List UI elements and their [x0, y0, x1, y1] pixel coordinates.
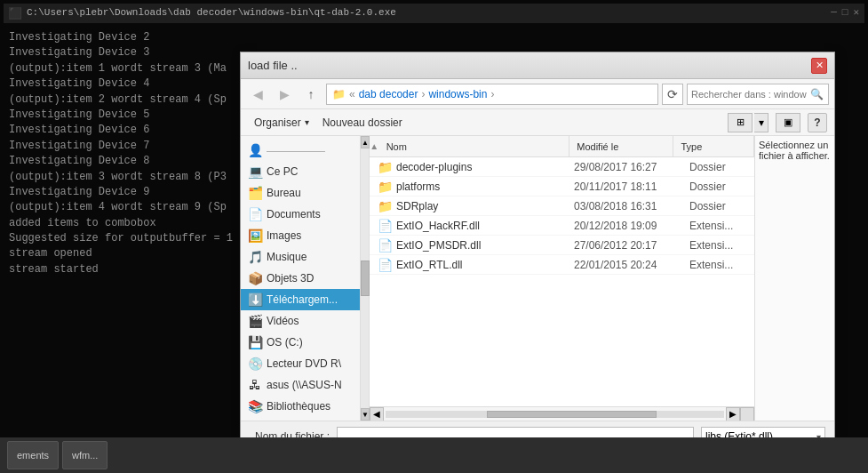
sidebar-scrollbar[interactable]: ▲ ▼: [361, 136, 370, 421]
up-button[interactable]: ↑: [299, 84, 323, 105]
file-item[interactable]: 📁 decoder-plugins 29/08/2017 16:27 Dossi…: [370, 157, 754, 177]
file-list: ▲ Nom Modifié le Type 📁 decoder-plugins …: [370, 136, 754, 421]
organiser-button[interactable]: Organiser ▾: [248, 113, 315, 132]
tooltip-text: Sélectionnez un fichier à afficher.: [759, 140, 831, 161]
file-dialog: load file .. ✕ ◀ ▶ ↑ 📁 « dab decoder › w…: [240, 52, 835, 473]
sidebar-item-videos[interactable]: 🎬 Vidéos: [241, 310, 360, 332]
dialog-view-toolbar: Organiser ▾ Nouveau dossier ⊞ ▾ ▣ ?: [241, 109, 834, 136]
refresh-button[interactable]: ⟳: [662, 84, 683, 105]
file-item[interactable]: 📄 ExtIO_PMSDR.dll 27/06/2012 20:17 Exten…: [370, 236, 754, 255]
organiser-chevron-icon: ▾: [305, 117, 309, 127]
sidebar: 👤 —————— 💻 Ce PC 🗂️ Bureau 📄 Documents 🖼…: [241, 136, 361, 421]
sidebar-item-documents[interactable]: 📄 Documents: [241, 204, 360, 225]
video-icon: 🎬: [248, 314, 262, 328]
hscroll-track[interactable]: [386, 411, 724, 418]
file-type: Dossier: [689, 180, 726, 193]
scroll-up-button[interactable]: ▲: [361, 136, 370, 148]
sidebar-item-user[interactable]: 👤 ——————: [241, 140, 360, 161]
breadcrumb-sep-2: ›: [490, 88, 494, 100]
sidebar-item-bibliotheques[interactable]: 📚 Bibliothèques: [241, 396, 360, 417]
desktop-icon: 🗂️: [248, 186, 262, 200]
hscroll-left-button[interactable]: ◀: [370, 407, 384, 421]
hscroll-right-button[interactable]: ▶: [726, 407, 740, 421]
file-item[interactable]: 📄 ExtIO_RTL.dll 22/01/2015 20:24 Extensi…: [370, 255, 754, 275]
sidebar-musique-label: Musique: [267, 251, 307, 263]
drive-icon: 💾: [248, 335, 262, 349]
organiser-label: Organiser: [254, 116, 301, 129]
help-button[interactable]: ?: [808, 113, 827, 132]
taskbar: ements wfm...: [0, 437, 868, 473]
file-modified: 22/01/2015 20:24: [574, 259, 689, 271]
sidebar-item-os-c[interactable]: 💾 OS (C:): [241, 332, 360, 353]
user-icon: 👤: [248, 143, 262, 157]
back-button[interactable]: ◀: [246, 84, 269, 105]
sidebar-images-label: Images: [267, 229, 301, 242]
scroll-down-button[interactable]: ▼: [361, 408, 370, 421]
pane-button[interactable]: ▣: [776, 113, 800, 132]
view-button[interactable]: ⊞: [728, 113, 753, 132]
breadcrumb-bar[interactable]: 📁 « dab decoder › windows-bin ›: [326, 84, 658, 105]
sidebar-item-asus[interactable]: 🖧 asus (\\ASUS-N: [241, 374, 360, 396]
file-item[interactable]: 📁 SDRplay 03/08/2018 16:31 Dossier: [370, 196, 754, 216]
dll-icon: 📄: [377, 237, 393, 253]
column-header-modified[interactable]: Modifié le: [569, 136, 673, 156]
sidebar-videos-label: Vidéos: [267, 315, 299, 327]
file-name: decoder-plugins: [396, 161, 574, 173]
file-name: ExtIO_RTL.dll: [396, 259, 574, 271]
sidebar-item-musique[interactable]: 🎵 Musique: [241, 246, 360, 268]
sidebar-item-ce-pc[interactable]: 💻 Ce PC: [241, 161, 360, 182]
file-name: platforms: [396, 180, 574, 193]
dialog-main: 👤 —————— 💻 Ce PC 🗂️ Bureau 📄 Documents 🖼…: [241, 136, 834, 421]
breadcrumb-part-1[interactable]: dab decoder: [359, 88, 418, 100]
file-modified: 20/11/2017 18:11: [574, 180, 689, 193]
file-item[interactable]: 📄 ExtIO_HackRF.dll 20/12/2018 19:09 Exte…: [370, 216, 754, 236]
sidebar-item-telechargements[interactable]: ⬇️ Téléchargem...: [241, 289, 360, 310]
horizontal-scrollbar[interactable]: ◀ ▶: [370, 406, 754, 421]
taskbar-item-elements[interactable]: ements: [7, 441, 59, 469]
libraries-icon: 📚: [248, 399, 262, 413]
file-item[interactable]: 📁 platforms 20/11/2017 18:11 Dossier: [370, 177, 754, 196]
search-bar[interactable]: 🔍: [687, 84, 829, 105]
taskbar-item-elements-label: ements: [17, 450, 49, 461]
file-modified: 27/06/2012 20:17: [574, 239, 689, 252]
sidebar-item-images[interactable]: 🖼️ Images: [241, 225, 360, 246]
column-header-name[interactable]: Nom: [379, 136, 570, 156]
dvd-icon: 💿: [248, 357, 262, 371]
breadcrumb-sep-1: ›: [421, 88, 425, 100]
search-input[interactable]: [691, 89, 807, 100]
file-name: SDRplay: [396, 200, 574, 212]
search-icon: 🔍: [810, 88, 824, 100]
dll-icon: 📄: [377, 218, 393, 234]
images-icon: 🖼️: [248, 228, 262, 243]
sidebar-telechargements-label: Téléchargem...: [267, 293, 338, 306]
file-type: Extensi...: [689, 239, 733, 252]
dll-icon: 📄: [377, 257, 393, 273]
folder-icon: 📁: [377, 179, 393, 195]
folder-icon: 📁: [377, 198, 393, 214]
dialog-close-button[interactable]: ✕: [811, 58, 827, 74]
scroll-thumb[interactable]: [361, 261, 370, 296]
nouveau-dossier-button[interactable]: Nouveau dossier: [323, 113, 402, 132]
sidebar-asus-label: asus (\\ASUS-N: [267, 379, 342, 391]
sort-arrow-up[interactable]: ▲: [370, 141, 379, 151]
breadcrumb-icon: 📁: [332, 88, 346, 100]
dialog-title-bar: load file .. ✕: [241, 52, 834, 79]
file-modified: 29/08/2017 16:27: [574, 161, 689, 173]
view-dropdown-button[interactable]: ▾: [754, 113, 768, 132]
sidebar-item-lecteur-dvd[interactable]: 💿 Lecteur DVD R\: [241, 353, 360, 374]
file-list-body: 📁 decoder-plugins 29/08/2017 16:27 Dossi…: [370, 157, 754, 406]
taskbar-item-wfm[interactable]: wfm...: [62, 441, 108, 469]
dialog-title: load file ..: [248, 59, 298, 72]
taskbar-item-wfm-label: wfm...: [72, 450, 98, 461]
tooltip-area: Sélectionnez un fichier à afficher.: [754, 136, 834, 421]
sidebar-item-objets3d[interactable]: 📦 Objets 3D: [241, 268, 360, 289]
column-header-type[interactable]: Type: [673, 136, 754, 156]
file-modified: 03/08/2018 16:31: [574, 200, 689, 212]
sidebar-item-bureau[interactable]: 🗂️ Bureau: [241, 182, 360, 204]
file-type: Extensi...: [689, 220, 733, 232]
hscroll-thumb[interactable]: [487, 411, 657, 418]
computer-icon: 💻: [248, 164, 262, 179]
view-controls: ⊞ ▾ ▣ ?: [728, 113, 827, 132]
breadcrumb-part-2[interactable]: windows-bin: [428, 88, 487, 100]
forward-button[interactable]: ▶: [273, 84, 296, 105]
